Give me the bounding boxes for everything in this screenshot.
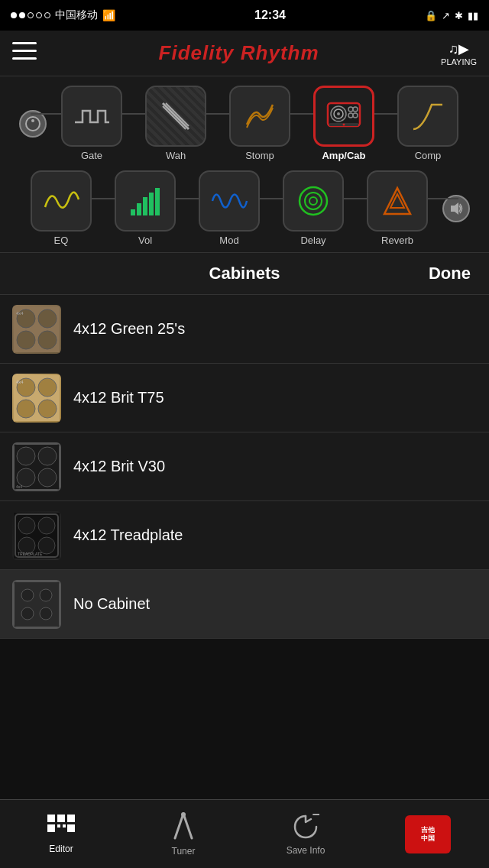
svg-point-12	[348, 107, 353, 112]
cabinet-item-treadplate[interactable]: TREADPLATE 4x12 Treadplate	[0, 501, 489, 570]
svg-line-6	[163, 106, 186, 129]
svg-rect-1	[12, 50, 37, 52]
tab-editor[interactable]: Editor	[0, 815, 122, 854]
comp-icon-box	[397, 86, 458, 147]
delay-label: Delay	[300, 235, 325, 246]
cabinets-header: Cabinets Done	[0, 252, 489, 295]
tuner-icon	[172, 812, 195, 843]
svg-rect-20	[143, 197, 147, 215]
cabinet-item-green25[interactable]: 4x4 4x12 Green 25's	[0, 295, 489, 364]
tab-bar: Editor Tuner Save Info 吉他中国	[0, 799, 489, 868]
svg-text:4x4: 4x4	[16, 380, 24, 384]
effect-eq[interactable]: EQ	[19, 170, 103, 246]
svg-point-56	[40, 607, 52, 620]
menu-button[interactable]	[12, 42, 37, 65]
svg-rect-60	[57, 824, 60, 828]
svg-rect-43	[38, 468, 57, 487]
svg-rect-30	[17, 331, 35, 349]
effects-chain: Gate Wah Stomp	[0, 76, 489, 252]
svg-rect-47	[18, 517, 35, 534]
svg-rect-37	[38, 400, 57, 418]
svg-rect-41	[38, 447, 57, 465]
ampcab-label: Amp/Cab	[322, 150, 365, 161]
svg-point-3	[26, 117, 40, 131]
svg-rect-40	[17, 447, 35, 465]
effect-stomp[interactable]: Stomp	[218, 86, 302, 161]
cabinets-title: Cabinets	[169, 264, 319, 283]
svg-point-14	[348, 113, 353, 118]
status-time: 12:34	[254, 8, 286, 22]
svg-rect-63	[67, 824, 75, 832]
svg-point-66	[181, 812, 186, 817]
eq-label: EQ	[54, 235, 69, 246]
svg-rect-29	[38, 309, 57, 328]
tab-tuner[interactable]: Tuner	[122, 812, 244, 857]
effect-ampcab[interactable]: Amp/Cab	[302, 86, 386, 161]
effect-mod[interactable]: Mod	[187, 170, 271, 246]
cabinet-item-none[interactable]: No Cabinet	[0, 570, 489, 639]
svg-rect-48	[38, 517, 55, 534]
effect-wah[interactable]: Wah	[134, 86, 218, 161]
effect-delay[interactable]: Delay	[271, 170, 355, 246]
wah-icon-box	[145, 86, 206, 147]
cabinet-name-brit-v30: 4x12 Brit V30	[73, 458, 165, 475]
tab-save-info[interactable]: Save Info	[244, 813, 367, 856]
svg-text:4x4: 4x4	[16, 311, 24, 316]
effect-gate[interactable]: Gate	[50, 86, 134, 161]
svg-rect-36	[17, 400, 35, 418]
playing-label: PLAYING	[441, 57, 477, 66]
svg-point-25	[309, 197, 317, 205]
stomp-icon-box	[229, 86, 290, 147]
effect-reverb[interactable]: Reverb	[355, 170, 439, 246]
svg-rect-31	[38, 331, 57, 349]
wifi-icon: 📶	[102, 9, 115, 21]
svg-point-4	[31, 119, 34, 122]
svg-point-53	[21, 589, 34, 601]
svg-point-55	[21, 607, 34, 620]
mod-icon-box	[199, 170, 260, 232]
cabinet-item-brit-v30[interactable]: 4x4 4x12 Brit V30	[0, 432, 489, 501]
signal-dots	[11, 12, 50, 18]
mod-label: Mod	[219, 235, 238, 246]
input-knob[interactable]	[19, 110, 47, 138]
tab-logo[interactable]: 吉他中国	[367, 815, 489, 853]
svg-rect-19	[137, 203, 141, 215]
wah-label: Wah	[166, 150, 186, 161]
effects-row-1: Gate Wah Stomp	[0, 83, 489, 164]
svg-rect-62	[67, 815, 75, 822]
svg-line-64	[175, 814, 183, 838]
playing-indicator[interactable]: ♫▶ PLAYING	[441, 40, 477, 66]
battery-icon: ▮▮	[468, 10, 478, 21]
svg-marker-26	[451, 202, 458, 215]
editor-icon	[47, 815, 75, 840]
header: Fidelity Rhythm ♫▶ PLAYING	[0, 31, 489, 76]
music-note-icon: ♫▶	[449, 40, 470, 57]
ampcab-icon-box	[313, 86, 374, 147]
svg-point-23	[300, 187, 327, 215]
vol-icon-box	[115, 170, 176, 232]
cabinet-name-treadplate: 4x12 Treadplate	[73, 526, 183, 544]
effect-vol[interactable]: Vol	[103, 170, 187, 246]
save-info-tab-label: Save Info	[287, 845, 325, 856]
svg-rect-2	[12, 57, 37, 60]
gate-label: Gate	[81, 150, 102, 161]
cabinet-name-green25: 4x12 Green 25's	[73, 320, 185, 338]
editor-tab-label: Editor	[49, 844, 73, 854]
done-button[interactable]: Done	[429, 264, 471, 283]
svg-rect-58	[57, 815, 65, 822]
svg-rect-59	[47, 824, 55, 832]
svg-rect-0	[12, 42, 37, 44]
vol-label: Vol	[138, 235, 152, 246]
cabinet-thumb-treadplate: TREADPLATE	[12, 511, 61, 560]
effect-comp[interactable]: Comp	[386, 86, 470, 161]
comp-label: Comp	[415, 150, 442, 161]
svg-point-54	[40, 589, 52, 601]
save-info-icon	[292, 813, 319, 842]
cabinet-thumb-brit-v30: 4x4	[12, 442, 61, 491]
cabinet-item-brit-t75[interactable]: 4x4 4x12 Brit T75	[0, 364, 489, 432]
svg-line-65	[183, 814, 192, 838]
svg-rect-61	[63, 824, 66, 828]
status-right: 🔒 ↗ ✱ ▮▮	[425, 10, 478, 21]
empty-space	[0, 639, 489, 700]
svg-rect-57	[47, 815, 55, 822]
